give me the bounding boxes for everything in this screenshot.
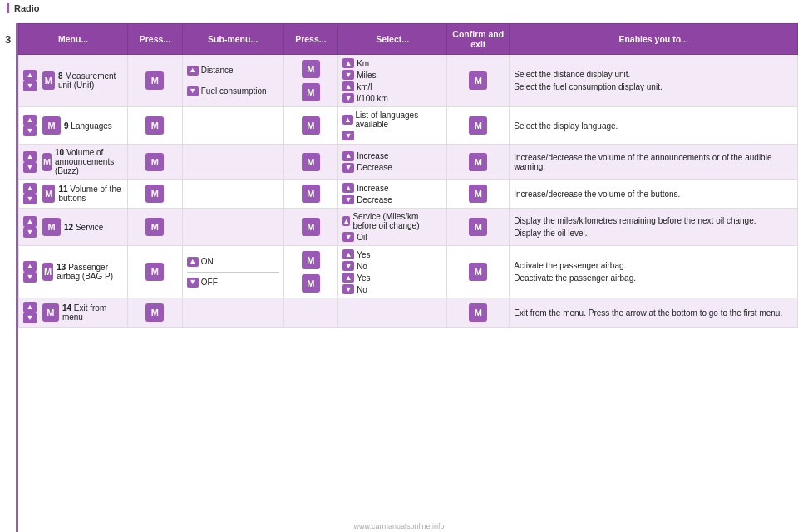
table-row: ▲▼M14 Exit from menuMMExit from the menu… — [19, 298, 798, 328]
arrow-down-btn[interactable]: ▼ — [342, 70, 354, 80]
arrow-down-btn[interactable]: ▼ — [23, 162, 37, 173]
select-label: Km — [357, 59, 369, 68]
select-label: List of languages available — [356, 111, 443, 129]
btn-m[interactable]: M — [302, 116, 320, 135]
btn-m[interactable]: M — [302, 153, 320, 171]
btn-m[interactable]: M — [302, 83, 320, 101]
enables-cell: Exit from the menu. Press the arrow at t… — [510, 298, 798, 328]
table-row: ▲▼M12 ServiceMM▲Service (Miles/km before… — [19, 209, 798, 246]
arrow-up-btn[interactable]: ▲ — [342, 151, 354, 161]
col-header-press1: Press... — [128, 24, 183, 55]
btn-m[interactable]: M — [469, 153, 487, 171]
menu-label: 11 Volume of the buttons — [58, 185, 123, 203]
btn-m[interactable]: M — [145, 153, 164, 171]
arrow-up-btn[interactable]: ▲ — [342, 58, 354, 68]
select-label: km/l — [357, 82, 372, 91]
arrow-down-btn[interactable]: ▼ — [342, 163, 354, 173]
btn-m[interactable]: M — [145, 116, 164, 135]
btn-m[interactable]: M — [469, 263, 487, 281]
arrow-down-btn[interactable]: ▼ — [23, 81, 37, 91]
btn-m[interactable]: M — [302, 218, 320, 236]
arrow-up-btn[interactable]: ▲ — [187, 257, 199, 267]
btn-m[interactable]: M — [469, 218, 487, 236]
btn-m[interactable]: M — [145, 303, 164, 322]
arrow-up-btn[interactable]: ▲ — [342, 273, 354, 283]
btn-m[interactable]: M — [42, 116, 61, 135]
btn-m[interactable]: M — [42, 185, 55, 203]
arrow-up-btn[interactable]: ▲ — [342, 216, 350, 226]
arrow-up-btn[interactable]: ▲ — [23, 302, 37, 313]
arrow-down-btn[interactable]: ▼ — [342, 284, 354, 294]
select-cell: ▲Service (Miles/km before oil change)▼Oi… — [338, 209, 447, 246]
submenu-cell — [182, 107, 283, 145]
select-label: No — [357, 285, 367, 294]
table-row: ▲▼M11 Volume of the buttonsMM▲Increase▼D… — [19, 180, 798, 209]
btn-m[interactable]: M — [469, 116, 487, 135]
btn-m[interactable]: M — [145, 218, 164, 236]
arrow-up-btn[interactable]: ▲ — [342, 183, 354, 193]
arrow-down-btn[interactable]: ▼ — [342, 232, 354, 242]
enables-text: Display the miles/kilometres remaining b… — [514, 216, 793, 225]
submenu-cell: ▲ON▼OFF — [182, 246, 283, 298]
page-container: Radio 3 Menu... Press... Sub-menu... Pre… — [0, 0, 798, 532]
submenu-cell — [182, 180, 283, 209]
select-label: Miles — [357, 71, 376, 80]
btn-m[interactable]: M — [42, 263, 53, 281]
arrow-up-btn[interactable]: ▲ — [342, 115, 352, 125]
arrow-up-btn[interactable]: ▲ — [342, 81, 354, 91]
btn-m[interactable]: M — [42, 303, 59, 322]
select-label: l/100 km — [357, 94, 388, 103]
select-label: Decrease — [357, 195, 392, 204]
menu-label: 8 Measurement unit (Unit) — [58, 71, 123, 90]
arrow-down-btn[interactable]: ▼ — [23, 227, 37, 238]
arrow-down-btn[interactable]: ▼ — [342, 93, 354, 103]
submenu-label: ON — [201, 257, 214, 266]
btn-m[interactable]: M — [42, 153, 52, 171]
top-bar: Radio — [0, 0, 798, 17]
submenu-cell — [182, 145, 283, 180]
arrow-up-btn[interactable]: ▲ — [23, 70, 37, 81]
arrow-up-btn[interactable]: ▲ — [23, 261, 37, 272]
col-header-enables: Enables you to... — [510, 24, 798, 55]
arrow-down-btn[interactable]: ▼ — [23, 126, 37, 136]
arrow-down-btn[interactable]: ▼ — [187, 86, 199, 96]
submenu-label: Fuel consumption — [201, 86, 267, 96]
enables-text: Select the distance display unit. — [514, 70, 793, 79]
menu-label: 10 Volume of announcements (Buzz) — [55, 148, 123, 175]
arrow-down-btn[interactable]: ▼ — [342, 261, 354, 271]
btn-m[interactable]: M — [469, 185, 487, 203]
arrow-up-btn[interactable]: ▲ — [23, 115, 37, 126]
submenu-cell — [182, 298, 283, 328]
menu-label: 12 Service — [64, 223, 103, 232]
arrow-up-btn[interactable]: ▲ — [23, 216, 37, 227]
btn-m[interactable]: M — [302, 274, 320, 293]
enables-cell: Activate the passenger airbag.Deactivate… — [510, 246, 798, 298]
btn-m[interactable]: M — [42, 218, 61, 236]
btn-m[interactable]: M — [145, 185, 164, 203]
btn-m[interactable]: M — [469, 303, 487, 322]
btn-m[interactable]: M — [469, 71, 487, 90]
arrow-down-btn[interactable]: ▼ — [23, 313, 37, 323]
press1-cell: M — [128, 107, 183, 145]
arrow-down-btn[interactable]: ▼ — [342, 195, 354, 204]
select-label: Yes — [357, 250, 370, 259]
btn-m[interactable]: M — [302, 251, 320, 269]
arrow-up-btn[interactable]: ▲ — [342, 249, 354, 259]
select-label: Decrease — [357, 163, 392, 172]
btn-m[interactable]: M — [302, 60, 320, 78]
arrow-down-btn[interactable]: ▼ — [342, 131, 354, 140]
enables-cell: Display the miles/kilometres remaining b… — [510, 209, 798, 246]
btn-m[interactable]: M — [145, 71, 164, 90]
btn-m[interactable]: M — [145, 263, 164, 281]
menu-cell-row2: ▲▼M9 Languages — [19, 107, 128, 145]
arrow-up-btn[interactable]: ▲ — [23, 183, 37, 194]
menu-label: 14 Exit from menu — [62, 303, 123, 322]
arrow-down-btn[interactable]: ▼ — [23, 194, 37, 204]
arrow-down-btn[interactable]: ▼ — [23, 272, 37, 283]
arrow-up-btn[interactable]: ▲ — [23, 151, 37, 162]
enables-text: Deactivate the passenger airbag. — [514, 273, 793, 283]
arrow-up-btn[interactable]: ▲ — [187, 66, 199, 76]
arrow-down-btn[interactable]: ▼ — [187, 278, 199, 288]
btn-m[interactable]: M — [42, 71, 55, 90]
btn-m[interactable]: M — [302, 185, 320, 203]
